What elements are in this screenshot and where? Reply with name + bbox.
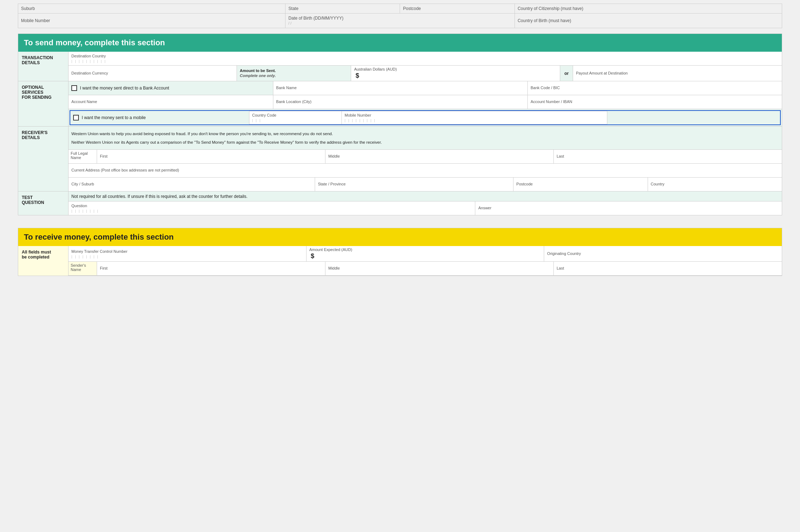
destination-country-field[interactable]: Destination Country | | | | | | | | | | xyxy=(69,52,782,65)
last-name-field[interactable]: Last xyxy=(554,150,782,163)
postcode-cell: Postcode xyxy=(400,4,515,14)
full-legal-name-label: Full Legal Name xyxy=(69,150,97,163)
test-question-note: Not required for all countries. If unsur… xyxy=(69,191,782,201)
receivers-label: RECEIVER'SDETAILS xyxy=(18,127,68,191)
bank-account-checkbox-cell: I want the money sent direct to a Bank A… xyxy=(69,81,273,95)
answer-field[interactable]: Answer xyxy=(475,201,782,215)
country-birth-cell: Country of Birth (must have) xyxy=(515,14,782,28)
question-answer-row: Question | | | | | | | | Ans xyxy=(69,201,782,215)
account-name-row: Account Name Bank Location (City) Accoun… xyxy=(69,95,782,109)
full-name-row: Full Legal Name First Middle Last xyxy=(69,150,782,164)
send-section-header: To send money, complete this section xyxy=(18,34,782,52)
destination-currency-field[interactable]: Destination Currency xyxy=(69,66,237,81)
originating-country-field[interactable]: Originating Country xyxy=(544,246,782,261)
mobile-checkbox-row: I want the money sent to a mobile Countr… xyxy=(70,111,780,124)
mtcn-field[interactable]: Money Transfer Control Number | | | | | … xyxy=(69,246,307,261)
payout-amount-field[interactable]: Payout Amount at Destination xyxy=(573,66,782,81)
bank-account-checkbox-row: I want the money sent direct to a Bank A… xyxy=(69,81,782,95)
amount-row: Destination Currency Amount to be Sent. … xyxy=(69,66,782,81)
receive-fields-row: All fields mustbe completed Money Transf… xyxy=(18,246,782,276)
state-province-field[interactable]: State / Province xyxy=(315,178,513,191)
test-question-row: TESTQUESTION Not required for all countr… xyxy=(18,191,782,215)
destination-country-row: Destination Country | | | | | | | | | | xyxy=(69,52,782,66)
receive-money-section: To receive money, complete this section … xyxy=(18,228,782,276)
mobile-cell: Mobile Number xyxy=(18,14,285,28)
mobile-checkbox[interactable] xyxy=(73,115,79,121)
city-state-row: City / Suburb State / Province Postcode … xyxy=(69,178,782,191)
optional-label: OPTIONALSERVICESFOR SENDING xyxy=(18,81,68,126)
optional-fields: I want the money sent direct to a Bank A… xyxy=(68,81,782,126)
mobile-number-field[interactable]: Mobile Number | | | | | | | | | xyxy=(342,111,607,124)
middle-name-field[interactable]: Middle xyxy=(325,150,554,163)
optional-services-row: OPTIONALSERVICESFOR SENDING I want the m… xyxy=(18,81,782,127)
dob-cell: Date of Birth (DD/MM/YYYY) / / xyxy=(285,14,515,28)
sender-last-field[interactable]: Last xyxy=(554,262,782,275)
receivers-details-row: RECEIVER'SDETAILS Western Union wants to… xyxy=(18,127,782,191)
mtcn-row: Money Transfer Control Number | | | | | … xyxy=(69,246,782,262)
sender-first-field[interactable]: First xyxy=(97,262,325,275)
amount-expected-field[interactable]: Amount Expected (AUD) $ xyxy=(307,246,545,261)
senders-name-row: Sender's Name First Middle Last xyxy=(69,262,782,276)
bank-account-checkbox[interactable] xyxy=(71,85,77,91)
city-suburb-field[interactable]: City / Suburb xyxy=(69,178,315,191)
aud-field[interactable]: Australian Dollars (AUD) $ xyxy=(351,66,560,81)
receive-section-header: To receive money, complete this section xyxy=(18,228,782,246)
mobile-checkbox-row-outlined: I want the money sent to a mobile Countr… xyxy=(70,110,781,125)
mobile-row-spacer xyxy=(607,111,780,124)
country-field[interactable]: Country xyxy=(648,178,782,191)
first-name-field[interactable]: First xyxy=(97,150,325,163)
citizenship-cell: Country of Citizenship (must have) xyxy=(515,4,782,14)
senders-name-label: Sender's Name xyxy=(69,262,97,275)
state-cell: State xyxy=(285,4,400,14)
send-money-section: To send money, complete this section TRA… xyxy=(18,34,782,215)
receive-fields: Money Transfer Control Number | | | | | … xyxy=(68,246,782,276)
or-divider: or xyxy=(560,66,573,81)
sender-middle-field[interactable]: Middle xyxy=(325,262,554,275)
amount-label-field: Amount to be Sent. Complete one only. xyxy=(237,66,351,81)
bank-location-field[interactable]: Bank Location (City) xyxy=(273,95,528,109)
postcode-field[interactable]: Postcode xyxy=(513,178,648,191)
transaction-fields: Destination Country | | | | | | | | | | xyxy=(68,52,782,81)
transaction-label: TRANSACTIONDETAILS xyxy=(18,52,68,81)
country-code-field[interactable]: Country Code | | | xyxy=(249,111,342,124)
receivers-warning: Western Union wants to help you avoid be… xyxy=(69,127,782,150)
mobile-checkbox-cell: I want the money sent to a mobile xyxy=(70,111,249,124)
account-number-field[interactable]: Account Number / IBAN xyxy=(528,95,782,109)
transaction-details-row: TRANSACTIONDETAILS Destination Country |… xyxy=(18,52,782,81)
question-field[interactable]: Question | | | | | | | | xyxy=(69,201,475,215)
receivers-fields: Western Union wants to help you avoid be… xyxy=(68,127,782,191)
all-fields-label: All fields mustbe completed xyxy=(18,246,68,276)
current-address-field[interactable]: Current Address (Post office box address… xyxy=(69,164,782,177)
existing-customers-table: Suburb State Postcode Country of Citizen… xyxy=(18,4,782,28)
account-name-field[interactable]: Account Name xyxy=(69,95,273,109)
bank-name-field[interactable]: Bank Name xyxy=(273,81,528,95)
bank-code-field[interactable]: Bank Code / BIC xyxy=(528,81,782,95)
current-address-row: Current Address (Post office box address… xyxy=(69,164,782,178)
test-question-fields: Not required for all countries. If unsur… xyxy=(68,191,782,215)
test-question-label: TESTQUESTION xyxy=(18,191,68,215)
suburb-cell: Suburb xyxy=(18,4,285,14)
